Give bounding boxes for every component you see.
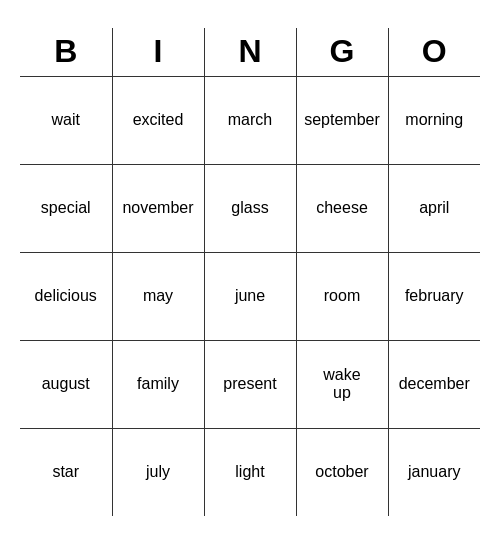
cell-text: excited (117, 111, 200, 129)
bingo-cell: december (388, 340, 480, 428)
cell-text: morning (393, 111, 477, 129)
bingo-cell: morning (388, 76, 480, 164)
cell-text: cheese (301, 199, 384, 217)
cell-text: light (209, 463, 292, 481)
cell-text: wait (24, 111, 108, 129)
cell-text: wake (301, 366, 384, 384)
bingo-header-letter: G (296, 28, 388, 76)
cell-text: april (393, 199, 477, 217)
cell-text: november (117, 199, 200, 217)
cell-text: present (209, 375, 292, 393)
bingo-row: augustfamilypresentwakeupdecember (20, 340, 480, 428)
bingo-row: specialnovemberglasscheeseapril (20, 164, 480, 252)
bingo-cell: march (204, 76, 296, 164)
cell-text: december (393, 375, 477, 393)
bingo-cell: star (20, 428, 112, 516)
bingo-row: waitexcitedmarchseptembermorning (20, 76, 480, 164)
cell-text: special (24, 199, 108, 217)
cell-text: delicious (24, 287, 108, 305)
cell-text: family (117, 375, 200, 393)
bingo-cell: november (112, 164, 204, 252)
bingo-cell: september (296, 76, 388, 164)
bingo-card: BINGO waitexcitedmarchseptembermorningsp… (20, 28, 480, 516)
cell-text: july (117, 463, 200, 481)
bingo-header-letter: N (204, 28, 296, 76)
cell-text: star (24, 463, 108, 481)
cell-text: june (209, 287, 292, 305)
bingo-header-letter: I (112, 28, 204, 76)
cell-text: glass (209, 199, 292, 217)
bingo-cell: family (112, 340, 204, 428)
cell-text: january (393, 463, 477, 481)
cell-text: march (209, 111, 292, 129)
bingo-row: deliciousmayjuneroomfebruary (20, 252, 480, 340)
bingo-cell: present (204, 340, 296, 428)
bingo-cell: october (296, 428, 388, 516)
bingo-cell: special (20, 164, 112, 252)
cell-text: september (301, 111, 384, 129)
bingo-cell: june (204, 252, 296, 340)
bingo-cell: february (388, 252, 480, 340)
cell-text: february (393, 287, 477, 305)
bingo-cell: january (388, 428, 480, 516)
bingo-cell: excited (112, 76, 204, 164)
bingo-cell: august (20, 340, 112, 428)
bingo-cell: july (112, 428, 204, 516)
bingo-cell: wakeup (296, 340, 388, 428)
bingo-cell: may (112, 252, 204, 340)
bingo-cell: glass (204, 164, 296, 252)
bingo-header-letter: O (388, 28, 480, 76)
cell-text: may (117, 287, 200, 305)
bingo-cell: april (388, 164, 480, 252)
bingo-cell: room (296, 252, 388, 340)
cell-text: room (301, 287, 384, 305)
bingo-cell: cheese (296, 164, 388, 252)
cell-text: october (301, 463, 384, 481)
bingo-row: starjulylightoctoberjanuary (20, 428, 480, 516)
bingo-cell: wait (20, 76, 112, 164)
bingo-cell: light (204, 428, 296, 516)
bingo-cell: delicious (20, 252, 112, 340)
bingo-header-letter: B (20, 28, 112, 76)
cell-text: august (24, 375, 108, 393)
cell-text: up (301, 384, 384, 402)
